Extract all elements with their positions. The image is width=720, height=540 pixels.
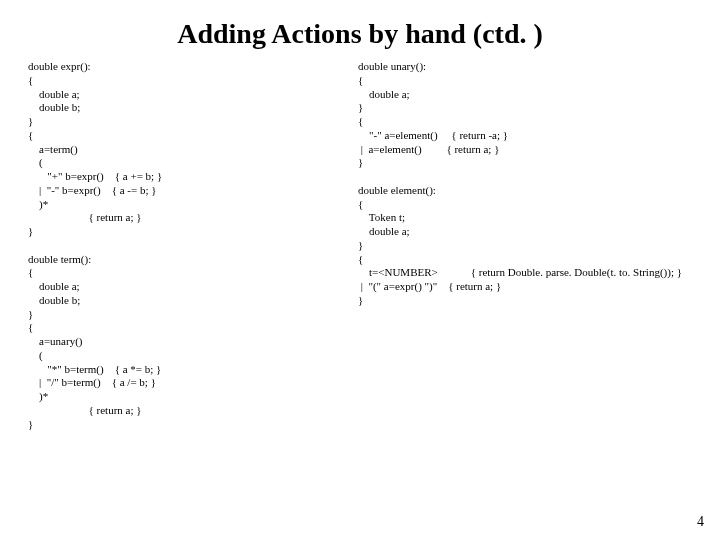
- slide: Adding Actions by hand (ctd. ) double ex…: [0, 0, 720, 540]
- code-left-column: double expr(): { double a; double b; } {…: [28, 60, 358, 431]
- page-number: 4: [697, 514, 704, 530]
- content-columns: double expr(): { double a; double b; } {…: [0, 60, 720, 431]
- slide-title: Adding Actions by hand (ctd. ): [0, 0, 720, 60]
- code-right-column: double unary(): { double a; } { "-" a=el…: [358, 60, 692, 308]
